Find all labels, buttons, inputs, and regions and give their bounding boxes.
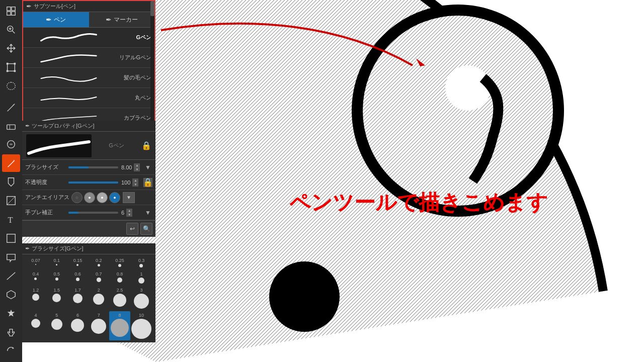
pen-tab-label: ペン xyxy=(54,16,66,24)
subtool-scroll-thumb[interactable] xyxy=(150,1,154,16)
bs-item-17[interactable]: 1.7 xyxy=(67,286,89,310)
tool-gradient[interactable] xyxy=(2,192,20,210)
brushsize-panel-icon: ✒ xyxy=(25,245,30,252)
toolprop-header: ✒ ツールプロパティ[Gペン] xyxy=(22,121,155,132)
aa-high-btn[interactable]: ● xyxy=(109,192,120,203)
bs-item-07[interactable]: 0.7 xyxy=(88,270,109,285)
toolprop-footer: ↩ 🔍 xyxy=(22,220,155,237)
prop-opacity-spinner[interactable]: ▲ ▼ xyxy=(132,178,138,187)
tool-zoom[interactable] xyxy=(2,21,20,38)
prop-brushsize-row: ブラシサイズ 8.00 ▲ ▼ ▼ xyxy=(22,160,155,175)
subtool-item-real-gpen[interactable]: リアルGペン xyxy=(23,48,154,68)
bs-item-5[interactable]: 5 xyxy=(46,311,67,340)
tool-pen-active[interactable] xyxy=(2,154,20,172)
bs-item-4[interactable]: 4 xyxy=(25,311,46,340)
prop-opacity-row: 不透明度 100 ▲ ▼ 🔒 xyxy=(22,175,155,190)
prop-handshake-row: 手ブレ補正 6 ▲ ▼ ▼ xyxy=(22,205,155,220)
toolprop-search-btn[interactable]: 🔍 xyxy=(140,223,152,235)
opacity-lock-btn[interactable]: 🔒 xyxy=(143,178,152,187)
bs-item-015[interactable]: 0.15 xyxy=(67,256,89,269)
bs-item-10[interactable]: 10 xyxy=(130,311,152,340)
brushsize-dropdown-btn[interactable]: ▼ xyxy=(143,163,152,172)
brush-preview-box xyxy=(26,134,92,157)
tool-lasso[interactable] xyxy=(2,77,20,95)
hair-pen-name: 髪の毛ペン xyxy=(111,74,151,81)
tool-transform[interactable] xyxy=(2,58,20,76)
bs-item-05[interactable]: 0.5 xyxy=(46,270,67,285)
bs-item-03[interactable]: 0.3 xyxy=(130,256,152,269)
tool-speech-bubble[interactable] xyxy=(2,248,20,266)
svg-line-20 xyxy=(7,273,16,280)
bs-item-7[interactable]: 7 xyxy=(88,311,109,340)
bs-item-25[interactable]: 2.5 xyxy=(109,286,130,310)
tool-3d[interactable] xyxy=(2,286,20,304)
handshake-dropdown-btn[interactable]: ▼ xyxy=(143,208,152,217)
bs-item-007[interactable]: 0.07 xyxy=(25,256,46,269)
aa-mid-btn[interactable]: ● xyxy=(97,192,108,203)
tool-eraser[interactable] xyxy=(2,117,20,134)
bs-item-8[interactable]: 8 xyxy=(109,311,130,340)
marker-tab-label: マーカー xyxy=(114,16,138,24)
svg-rect-1 xyxy=(12,7,15,10)
tool-move[interactable] xyxy=(2,40,20,57)
svg-rect-10 xyxy=(14,63,16,65)
tool-frame[interactable] xyxy=(2,230,20,247)
tool-bucket[interactable] xyxy=(2,173,20,191)
bs-item-025[interactable]: 0.25 xyxy=(109,256,130,269)
lock-icon: 🔒 xyxy=(141,141,151,150)
subtool-item-round-pen[interactable]: 丸ペン xyxy=(23,88,154,108)
svg-rect-8 xyxy=(8,63,15,71)
tool-blend[interactable] xyxy=(2,136,20,153)
bs-item-01[interactable]: 0.1 xyxy=(46,256,67,269)
brushsize-header-title: ブラシサイズ[Gペン] xyxy=(32,245,84,252)
svg-rect-3 xyxy=(12,12,15,15)
tool-text[interactable]: T xyxy=(2,211,20,228)
svg-line-5 xyxy=(12,31,15,33)
real-gpen-preview xyxy=(26,50,111,65)
real-gpen-name: リアルGペン xyxy=(111,54,151,61)
prop-handshake-slider[interactable] xyxy=(68,212,118,214)
bs-item-02[interactable]: 0.2 xyxy=(88,256,109,269)
toolprop-tab-label: Gペン xyxy=(96,142,137,149)
prop-brushsize-value: 8.00 ▲ ▼ xyxy=(121,163,143,171)
subtool-tab-marker[interactable]: ✒ マーカー xyxy=(89,12,155,27)
bs-item-06[interactable]: 0.6 xyxy=(67,270,89,285)
svg-rect-12 xyxy=(14,70,16,72)
svg-rect-9 xyxy=(7,63,9,65)
subtool-item-hair-pen[interactable]: 髪の毛ペン xyxy=(23,68,154,88)
tool-rotate[interactable] xyxy=(2,342,20,360)
tool-ruler[interactable] xyxy=(2,267,20,285)
bs-item-15[interactable]: 1.5 xyxy=(46,286,67,310)
subtool-tab-pen[interactable]: ✒ ペン xyxy=(23,12,89,27)
brushsize-panel: ✒ ブラシサイズ[Gペン] 0.07 0.1 0.15 0.2 0.25 0.3 xyxy=(22,243,155,342)
prop-opacity-slider[interactable] xyxy=(68,182,118,184)
tool-pen[interactable] xyxy=(2,98,20,116)
brushsize-grid: 0.07 0.1 0.15 0.2 0.25 0.3 0.4 0.5 xyxy=(22,254,155,342)
svg-text:T: T xyxy=(8,215,13,225)
toolprop-reset-btn[interactable]: ↩ xyxy=(126,223,138,235)
gpen-preview xyxy=(26,30,111,45)
tool-color-picker[interactable] xyxy=(2,305,20,322)
subtool-header-title: サブツール[ペン] xyxy=(34,3,75,10)
gpen-name: Gペン xyxy=(111,34,151,41)
tool-select[interactable] xyxy=(2,2,20,20)
subtool-header-icon: ✒ xyxy=(26,3,32,10)
prop-handshake-spinner[interactable]: ▲ ▼ xyxy=(126,209,132,217)
bs-item-1[interactable]: 1 xyxy=(130,270,152,285)
bs-item-6[interactable]: 6 xyxy=(67,311,89,340)
bs-item-3[interactable]: 3 xyxy=(130,286,152,310)
prop-brushsize-spinner[interactable]: ▲ ▼ xyxy=(134,163,140,171)
aa-off-btn[interactable]: ○ xyxy=(71,192,83,203)
subtool-item-gpen[interactable]: Gペン xyxy=(23,28,154,48)
bs-item-04[interactable]: 0.4 xyxy=(25,270,46,285)
bs-item-2[interactable]: 2 xyxy=(88,286,109,310)
prop-brushsize-slider[interactable] xyxy=(68,166,118,168)
aa-dropdown-btn[interactable]: ▼ xyxy=(123,192,135,203)
tool-hand[interactable] xyxy=(2,323,20,341)
bs-item-08[interactable]: 0.8 xyxy=(109,270,130,285)
subtool-panel-header: ✒ サブツール[ペン] xyxy=(23,1,154,12)
svg-marker-21 xyxy=(7,291,16,299)
bs-item-12[interactable]: 1.2 xyxy=(25,286,46,310)
prop-antialias-row: アンチエイリアス ○ ● ● ● ▼ xyxy=(22,190,155,205)
aa-low-btn[interactable]: ● xyxy=(84,192,95,203)
